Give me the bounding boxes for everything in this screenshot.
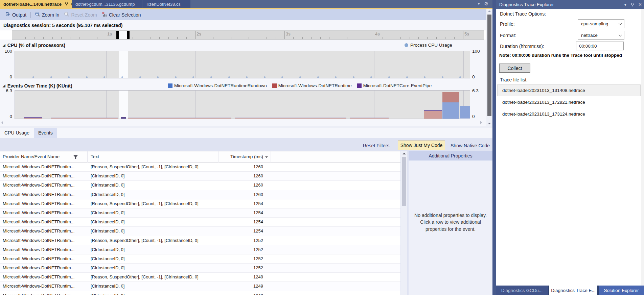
scroll-right-arrow-icon[interactable]: [480, 121, 482, 124]
ruler-minor-tick: [472, 37, 472, 39]
format-dropdown[interactable]: nettrace: [578, 31, 624, 40]
profile-dropdown[interactable]: cpu-sampling: [578, 19, 624, 28]
clear-selection-button[interactable]: Clear Selection: [99, 10, 143, 19]
timeline-selection-band[interactable]: [119, 31, 127, 39]
cell-timestamp: 1254: [220, 199, 263, 208]
scroll-left-arrow-icon[interactable]: [1, 121, 3, 124]
scroll-up-arrow-icon[interactable]: [402, 153, 406, 154]
tab-events[interactable]: Events: [34, 128, 57, 138]
window-position-chevron-icon[interactable]: ▾: [624, 2, 627, 7]
pin-icon[interactable]: [65, 2, 68, 7]
scroll-up-arrow-icon[interactable]: [488, 10, 491, 12]
pin-icon[interactable]: [630, 3, 634, 7]
scrollbar-thumb[interactable]: [402, 157, 406, 206]
table-row[interactable]: Microsoft-Windows-DotNETRuntim...[ClrIns…: [0, 245, 400, 254]
gear-icon[interactable]: ⚙: [484, 1, 488, 7]
collapse-triangle-icon[interactable]: ◢: [3, 84, 5, 88]
editor-tab-gcdump[interactable]: dotnet-gcdum...31136.gcdump: [72, 0, 142, 8]
ruler-minor-tick: [115, 37, 115, 39]
selection-handle-right[interactable]: [127, 31, 130, 40]
duration-note: Note: 00:00:00 duration runs the Trace t…: [499, 53, 622, 58]
events-chart[interactable]: [15, 90, 470, 119]
charts-horizontal-scrollbar[interactable]: [0, 120, 486, 126]
collapse-triangle-icon[interactable]: ◢: [3, 43, 5, 47]
reset-zoom-label: Reset Zoom: [71, 12, 97, 18]
window-splitter[interactable]: [492, 0, 496, 295]
table-row[interactable]: Microsoft-Windows-DotNETRuntim...[ClrIns…: [0, 172, 400, 181]
cpu-chart[interactable]: [15, 51, 470, 78]
tab-solution-explorer[interactable]: Solution Explorer: [599, 286, 644, 295]
editor-tab-label: TizenDotNet38.cs: [146, 2, 181, 7]
duration-input[interactable]: [576, 42, 624, 50]
tab-diagnostics-gcdump[interactable]: Diagnostics GCDu...: [496, 286, 548, 295]
ruler-minor-tick: [276, 37, 276, 39]
table-row[interactable]: Microsoft-Windows-DotNETRuntim...[ClrIns…: [0, 218, 400, 227]
trace-file-item[interactable]: dotnet-loader20231013_173124.nettrace: [497, 108, 641, 120]
table-row[interactable]: Microsoft-Windows-DotNETRuntim...[Reason…: [0, 199, 400, 208]
table-vertical-scrollbar[interactable]: [401, 151, 407, 295]
show-native-code-button[interactable]: Show Native Code: [448, 141, 492, 150]
timeline-ruler-body[interactable]: 1s2s3s4s5s: [12, 30, 484, 40]
show-just-my-code-button[interactable]: Show Just My Code: [398, 141, 445, 150]
table-row[interactable]: Microsoft-Windows-DotNETRuntim...[ClrIns…: [0, 181, 400, 190]
ruler-minor-tick: [151, 37, 151, 39]
ruler-minor-tick: [445, 37, 445, 39]
table-row[interactable]: Microsoft-Windows-DotNETRuntim...[ClrIns…: [0, 208, 400, 218]
table-row[interactable]: Microsoft-Windows-DotNETRuntim...[ClrIns…: [0, 291, 400, 295]
ruler-minor-tick: [177, 37, 178, 39]
ruler-minor-tick: [258, 37, 258, 39]
output-button[interactable]: Output: [3, 10, 29, 19]
cpu-ymax-label-right: 100: [472, 49, 480, 54]
selection-handle-left[interactable]: [116, 31, 119, 40]
ruler-minor-tick: [249, 37, 249, 39]
ruler-minor-tick: [52, 37, 53, 39]
filter-funnel-icon[interactable]: [73, 154, 78, 161]
cell-provider: Microsoft-Windows-DotNETRuntim...: [3, 291, 85, 295]
table-row[interactable]: Microsoft-Windows-DotNETRuntim...[Reason…: [0, 273, 400, 282]
column-header-timestamp[interactable]: Timestamp (ms): [220, 154, 263, 159]
scroll-down-arrow-icon[interactable]: [488, 123, 491, 124]
ruler-minor-tick: [142, 37, 142, 39]
close-icon[interactable]: ✕: [638, 2, 642, 7]
table-row[interactable]: Microsoft-Windows-DotNETRuntim...[ClrIns…: [0, 264, 400, 273]
ruler-minor-tick: [79, 37, 79, 39]
table-row[interactable]: Microsoft-Windows-DotNETRuntim...[ClrIns…: [0, 227, 400, 236]
ruler-second-label: 4s: [375, 31, 380, 36]
legend-label: Microsoft-Windows-DotNETRuntimeRundown: [174, 83, 267, 88]
ruler-second-line: [195, 31, 196, 40]
application-window: dotnet-loade...1408.nettrace × dotnet-gc…: [0, 0, 644, 295]
editor-tab-nettrace[interactable]: dotnet-loade...1408.nettrace ×: [0, 0, 72, 8]
clear-selection-icon: [102, 11, 107, 18]
table-row[interactable]: Microsoft-Windows-DotNETRuntim...[Reason…: [0, 163, 400, 172]
table-row[interactable]: Microsoft-Windows-DotNETRuntim...[ClrIns…: [0, 190, 400, 199]
ruler-minor-tick: [293, 37, 294, 39]
cell-text: [ClrInstanceID, 0]: [91, 190, 216, 199]
cell-timestamp: 1252: [220, 236, 263, 245]
show-native-code-label: Show Native Code: [451, 143, 490, 148]
tab-diagnostics-trace-explorer[interactable]: Diagnostics Trace E...: [549, 286, 597, 295]
table-row[interactable]: Microsoft-Windows-DotNETRuntim...[ClrIns…: [0, 254, 400, 264]
cell-timestamp: 1260: [220, 181, 263, 190]
trace-file-item[interactable]: dotnet-loader20231013_131408.nettrace: [497, 84, 641, 96]
scrollbar-thumb[interactable]: [487, 15, 491, 116]
tab-list-chevron-icon[interactable]: ▾: [478, 1, 480, 7]
zoom-in-button[interactable]: Zoom In: [32, 10, 62, 19]
trace-file-item[interactable]: dotnet-loader20231013_172821.nettrace: [497, 96, 641, 108]
profile-label: Profile:: [500, 21, 515, 27]
charts-vertical-scrollbar[interactable]: [486, 9, 492, 126]
reset-filters-button[interactable]: Reset Filters: [357, 141, 395, 150]
timeline-ruler[interactable]: 1s2s3s4s5s: [0, 30, 492, 40]
column-header-provider[interactable]: Provider Name/Event Name: [3, 154, 60, 159]
reset-zoom-button[interactable]: Reset Zoom: [62, 10, 99, 19]
tab-label: CPU Usage: [4, 130, 29, 136]
editor-tab-tizendotnet[interactable]: TizenDotNet38.cs: [142, 0, 190, 8]
ruler-minor-tick: [302, 37, 303, 39]
output-label: Output: [12, 12, 26, 18]
collect-button[interactable]: Collect: [499, 64, 530, 73]
tab-cpu-usage[interactable]: CPU Usage: [0, 128, 34, 138]
table-row[interactable]: Microsoft-Windows-DotNETRuntim...[Reason…: [0, 236, 400, 245]
events-table-header: Provider Name/Event Name Text Timestamp …: [0, 151, 400, 163]
table-row[interactable]: Microsoft-Windows-DotNETRuntim...[ClrIns…: [0, 282, 400, 291]
column-header-text[interactable]: Text: [91, 154, 99, 159]
cpu-ymax-label-left: 100: [0, 49, 12, 54]
